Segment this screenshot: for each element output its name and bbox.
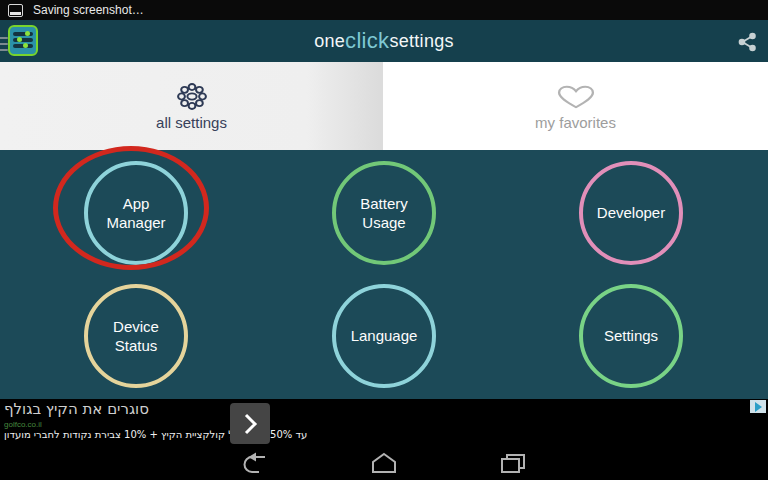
ad-banner[interactable]: סוגרים את הקיץ בגולף golfco.co.il עד 50%… [0,399,768,446]
title-click: click [345,28,389,54]
circle-label: Language [343,326,425,346]
home-button[interactable] [367,450,401,476]
tab-my-favorites-label: my favorites [535,114,616,131]
android-nav-bar [0,446,768,480]
circle-button-app-manager[interactable]: App Manager [84,161,188,265]
settings-grid: App Manager Battery Usage Developer Devi… [0,150,768,399]
cell-language: Language [332,284,436,388]
share-icon[interactable] [736,31,758,53]
circle-label: Developer [590,203,672,223]
ad-url: golfco.co.il [4,420,42,429]
cell-battery-usage: Battery Usage [332,161,436,265]
circle-button-settings[interactable]: Settings [579,284,683,388]
cell-settings: Settings [579,284,683,388]
adchoices-icon[interactable] [750,400,766,413]
title-one: one [314,31,345,52]
cell-app-manager: App Manager [84,161,188,265]
cell-developer: Developer [579,161,683,265]
chevron-right-icon [240,411,260,437]
circle-label: App Manager [95,194,177,233]
gear-icon [174,82,210,112]
ad-headline[interactable]: סוגרים את הקיץ בגולף [4,400,149,418]
tab-bar: all settings my favorites [0,62,768,150]
heart-icon [555,82,597,112]
app-header: one click settings [0,20,768,62]
screenshot-icon [8,4,23,17]
back-button[interactable] [238,450,272,476]
circle-label: Battery Usage [343,194,425,233]
circle-label: Device Status [95,317,177,356]
back-icon [241,451,269,475]
circle-button-language[interactable]: Language [332,284,436,388]
title-settings: settings [389,31,453,52]
circle-button-battery-usage[interactable]: Battery Usage [332,161,436,265]
cell-device-status: Device Status [84,284,188,388]
recents-icon [499,451,527,475]
status-notification-text: Saving screenshot… [33,3,144,17]
ad-cta-button[interactable] [230,403,270,444]
home-icon [369,451,399,475]
status-bar: Saving screenshot… [0,0,768,20]
tab-my-favorites[interactable]: my favorites [383,62,768,150]
circle-label: Settings [590,326,672,346]
tab-all-settings-label: all settings [156,114,227,131]
recents-button[interactable] [496,450,530,476]
page-title: one click settings [0,20,768,62]
circle-button-device-status[interactable]: Device Status [84,284,188,388]
tab-all-settings[interactable]: all settings [0,62,383,150]
circle-button-developer[interactable]: Developer [579,161,683,265]
